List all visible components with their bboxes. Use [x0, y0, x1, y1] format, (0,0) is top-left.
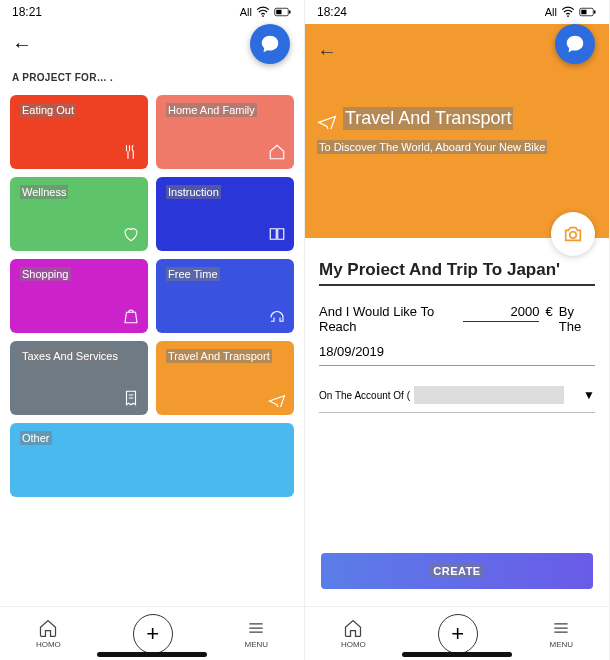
- nav-home-label: HOMO: [36, 640, 61, 649]
- amount-prefix: And I Would Like To Reach: [319, 304, 457, 334]
- amount-input[interactable]: 2000: [463, 304, 539, 322]
- status-time: 18:21: [12, 5, 42, 19]
- book-icon: [268, 225, 286, 245]
- status-bar: 18:21 All: [0, 0, 304, 24]
- nav-menu[interactable]: MENU: [550, 618, 574, 649]
- bag-icon: [122, 307, 140, 327]
- phone-right: 18:24 All ← Travel And Transport To Disc…: [305, 0, 610, 660]
- svg-rect-6: [581, 10, 586, 15]
- category-tile-2[interactable]: Wellness: [10, 177, 148, 251]
- category-tile-6[interactable]: Taxes And Services: [10, 341, 148, 415]
- svg-rect-3: [289, 11, 291, 14]
- project-form: My Proiect And Trip To Japan' And I Woul…: [305, 238, 609, 606]
- home-icon: [268, 143, 286, 163]
- status-carrier: All: [545, 6, 557, 18]
- status-indicators: All: [545, 5, 597, 19]
- project-name-input[interactable]: My Proiect And Trip To Japan': [319, 260, 595, 286]
- home-nav-icon: [38, 618, 58, 638]
- plane-icon: [317, 109, 337, 129]
- wifi-icon: [561, 5, 575, 19]
- nav-home[interactable]: HOMO: [36, 618, 61, 649]
- svg-rect-2: [276, 10, 281, 15]
- hero-subtitle: To Discover The World, Aboard Your New B…: [317, 140, 547, 154]
- svg-point-8: [570, 232, 576, 238]
- status-carrier: All: [240, 6, 252, 18]
- status-indicators: All: [240, 5, 292, 19]
- chat-fab[interactable]: [250, 24, 290, 64]
- tile-label: Travel And Transport: [166, 349, 272, 363]
- account-dropdown[interactable]: [414, 386, 564, 404]
- tile-label: Free Time: [166, 267, 220, 281]
- receipt-icon: [122, 389, 140, 409]
- plane-icon: [268, 389, 286, 409]
- chat-icon: [564, 33, 586, 55]
- wifi-icon: [256, 5, 270, 19]
- nav-menu-label: MENU: [245, 640, 269, 649]
- nav-home[interactable]: HOMO: [341, 618, 366, 649]
- create-button-label: CREATE: [430, 564, 483, 578]
- amount-row: And I Would Like To Reach 2000 € By The: [319, 304, 595, 334]
- plus-icon: +: [146, 621, 159, 647]
- nav-menu-label: MENU: [550, 640, 574, 649]
- camera-icon: [562, 223, 584, 245]
- heart-icon: [122, 225, 140, 245]
- svg-point-4: [567, 15, 569, 17]
- tile-label: Home And Family: [166, 103, 257, 117]
- battery-icon: [579, 7, 597, 17]
- hero-title: Travel And Transport: [343, 107, 513, 130]
- category-tile-7[interactable]: Travel And Transport: [156, 341, 294, 415]
- headphones-icon: [268, 307, 286, 327]
- nav-home-label: HOMO: [341, 640, 366, 649]
- nav-menu[interactable]: MENU: [245, 618, 269, 649]
- dining-icon: [122, 143, 140, 163]
- account-label: On The Account Of (: [319, 390, 410, 401]
- nav-add[interactable]: +: [438, 614, 478, 654]
- status-bar: 18:24 All: [305, 0, 609, 24]
- tile-label: Instruction: [166, 185, 221, 199]
- camera-button[interactable]: [551, 212, 595, 256]
- menu-nav-icon: [551, 618, 571, 638]
- category-tile-4[interactable]: Shopping: [10, 259, 148, 333]
- home-indicator: [97, 652, 207, 657]
- tile-label: Shopping: [20, 267, 71, 281]
- tile-label: Other: [20, 431, 52, 445]
- nav-add[interactable]: +: [133, 614, 173, 654]
- amount-suffix: By The: [559, 304, 595, 334]
- back-button[interactable]: ←: [12, 33, 32, 56]
- content-area: A PROJECT FOR… . Eating OutHome And Fami…: [0, 64, 304, 606]
- date-input[interactable]: 18/09/2019: [319, 344, 595, 366]
- tile-label: Eating Out: [20, 103, 76, 117]
- account-row: On The Account Of ( ▼: [319, 386, 595, 413]
- category-tile-3[interactable]: Instruction: [156, 177, 294, 251]
- category-tile-8[interactable]: Other: [10, 423, 294, 497]
- category-tile-0[interactable]: Eating Out: [10, 95, 148, 169]
- battery-icon: [274, 7, 292, 17]
- create-button[interactable]: CREATE: [321, 553, 593, 589]
- phone-left: 18:21 All ← A PROJECT FOR… . Eating OutH…: [0, 0, 305, 660]
- menu-nav-icon: [246, 618, 266, 638]
- chat-icon: [259, 33, 281, 55]
- svg-point-0: [262, 15, 264, 17]
- category-grid: Eating OutHome And FamilyWellnessInstruc…: [10, 95, 294, 497]
- category-tile-1[interactable]: Home And Family: [156, 95, 294, 169]
- home-indicator: [402, 652, 512, 657]
- section-title: A PROJECT FOR… .: [12, 72, 294, 83]
- svg-rect-7: [594, 11, 596, 14]
- status-time: 18:24: [317, 5, 347, 19]
- currency-label: €: [545, 304, 552, 319]
- tile-label: Taxes And Services: [20, 349, 120, 363]
- tile-label: Wellness: [20, 185, 68, 199]
- plus-icon: +: [451, 621, 464, 647]
- home-nav-icon: [343, 618, 363, 638]
- hero-title-row: Travel And Transport: [305, 107, 609, 130]
- back-button[interactable]: ←: [317, 40, 337, 62]
- category-tile-5[interactable]: Free Time: [156, 259, 294, 333]
- chevron-down-icon: ▼: [583, 388, 595, 402]
- chat-fab[interactable]: [555, 24, 595, 64]
